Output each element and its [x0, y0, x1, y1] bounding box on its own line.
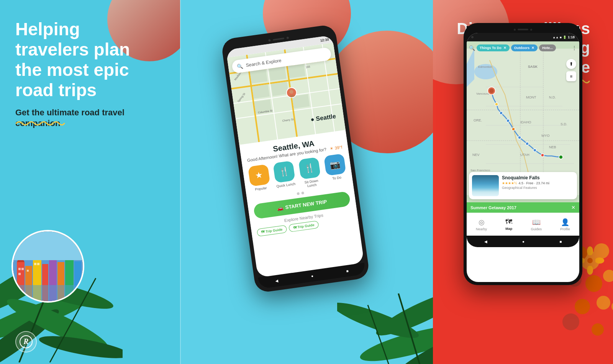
svg-point-74	[500, 111, 503, 115]
svg-text:NEB: NEB	[549, 145, 556, 149]
svg-text:MONT: MONT	[526, 95, 536, 99]
filter-hotels-label: Hote...	[542, 46, 553, 50]
right-phone-camera-dot	[471, 36, 474, 38]
cat-things-to-do-label: To Do	[332, 175, 342, 180]
filter-things-to-do-close[interactable]: ✕	[503, 46, 506, 50]
nav-profile[interactable]: 👤 Profile	[560, 218, 570, 231]
left-panel: Helping travelers plan the most epic roa…	[0, 0, 180, 364]
right-back-button[interactable]: ◀	[484, 239, 487, 244]
things-to-do-icon-box: 📷	[324, 153, 346, 176]
cat-quick-lunch-label: Quick Lunch	[276, 182, 296, 189]
nav-nearby[interactable]: ◎ Nearby	[476, 218, 487, 231]
filter-things-to-do[interactable]: Things To Do ✕	[477, 44, 510, 51]
nav-guides[interactable]: 📖 Guides	[531, 218, 542, 231]
cat-sit-down-lunch[interactable]: 🍴 Sit Down Lunch	[298, 157, 322, 189]
svg-rect-20	[27, 270, 29, 272]
filter-hotels[interactable]: Hote...	[539, 44, 556, 51]
svg-text:ORE.: ORE.	[474, 118, 482, 122]
battery-icon: 🔋	[563, 36, 567, 39]
profile-label: Profile	[560, 227, 570, 231]
filter-outdoors[interactable]: Outdoors ✕	[511, 44, 538, 51]
svg-text:SASK: SASK	[528, 65, 538, 69]
recents-button[interactable]: ■	[346, 269, 349, 273]
right-panel: Discover millions of places along your r…	[433, 0, 613, 364]
right-phone-nav: ◎ Nearby 🗺 Map 📖 Guides 👤 Profile	[467, 213, 579, 236]
left-headline-block: Helping travelers plan the most epic roa…	[15, 19, 138, 129]
svg-text:S.D.: S.D.	[561, 122, 567, 126]
result-info: Snoqualmie Falls ★★★★½ 4.5 · Free · 23.7…	[502, 175, 574, 196]
svg-text:IDAHO: IDAHO	[520, 120, 531, 124]
result-card[interactable]: Snoqualmie Falls ★★★★½ 4.5 · Free · 23.7…	[469, 172, 577, 199]
cat-sit-down-lunch-label: Sit Down Lunch	[301, 178, 322, 189]
right-android-nav: ◀ ● ■	[467, 236, 579, 247]
svg-point-73	[495, 103, 498, 106]
back-button[interactable]: ◀	[275, 279, 278, 283]
right-phone-status-bar: ▲▲ ■ 🔋 1:18	[467, 33, 579, 41]
svg-point-78	[526, 142, 529, 145]
svg-point-76	[512, 128, 515, 131]
svg-point-37	[289, 90, 293, 94]
cinque-terre-photo	[11, 230, 84, 303]
svg-point-41	[594, 243, 609, 259]
trip-banner-close[interactable]: ✕	[571, 205, 575, 210]
svg-text:NEV: NEV	[472, 153, 480, 157]
trip-chip-2[interactable]: 🗺 Trip Guide	[288, 220, 319, 232]
svg-point-80	[541, 154, 544, 157]
guides-icon: 📖	[532, 218, 541, 226]
right-recents-button[interactable]: ■	[559, 239, 562, 244]
svg-text:Edmonton: Edmonton	[478, 65, 492, 69]
svg-point-49	[611, 301, 613, 312]
svg-point-48	[592, 323, 604, 336]
map-compass-button[interactable]: ⬆	[566, 59, 576, 69]
svg-point-55	[587, 258, 593, 263]
nav-map[interactable]: 🗺 Map	[505, 218, 512, 231]
cat-quick-lunch[interactable]: 🍴 Quick Lunch	[273, 161, 297, 192]
wifi-icon: ▲▲	[552, 36, 559, 39]
phone-bottom-content: Seattle, WA Good Afternoon! What are you…	[239, 130, 359, 241]
guides-label: Guides	[531, 227, 542, 231]
result-rating-row: ★★★★½ 4.5 · Free · 23.74 mi	[502, 181, 574, 185]
profile-icon: 👤	[561, 218, 569, 226]
cat-popular-label: Popular	[255, 186, 267, 191]
nearby-label: Nearby	[476, 227, 487, 231]
nearby-icon: ◎	[479, 218, 485, 226]
svg-text:R: R	[23, 337, 28, 346]
svg-point-47	[562, 313, 579, 330]
result-rating-value: 4.5 · Free · 23.74 mi	[519, 181, 550, 185]
phone-search-icon: 🔍	[236, 63, 243, 69]
right-phone-time: 1:18	[568, 35, 575, 39]
filter-more-icon[interactable]: ⋮	[572, 45, 577, 51]
center-panel: 12:30	[180, 0, 433, 364]
cat-things-to-do[interactable]: 📷 To Do	[324, 153, 347, 185]
svg-rect-19	[18, 273, 21, 275]
right-phone-mockup: ▲▲ ■ 🔋 1:18	[464, 23, 582, 285]
filter-outdoors-close[interactable]: ✕	[531, 46, 534, 50]
right-home-button[interactable]: ●	[522, 239, 524, 244]
svg-text:San Francisco: San Francisco	[470, 169, 490, 172]
filter-search-icon: 🔍	[469, 45, 475, 51]
svg-point-53	[595, 257, 604, 264]
svg-point-77	[518, 136, 521, 139]
wavy-decoration-left	[15, 119, 65, 130]
svg-point-51	[587, 266, 593, 275]
trip-chip-1[interactable]: 🗺 Trip Guide	[257, 225, 287, 237]
svg-point-75	[506, 119, 510, 122]
status-icons: ▲▲ ■ 🔋 1:18	[552, 35, 575, 39]
result-stars: ★★★★½	[502, 181, 517, 185]
home-button[interactable]: ●	[311, 274, 314, 278]
result-category: Geographical Features	[502, 186, 574, 190]
cat-popular[interactable]: ★ Popular	[248, 164, 272, 195]
trip-banner-text: Summer Getaway 2017	[470, 205, 516, 210]
waterfall-image	[472, 175, 499, 196]
app-logo: R	[15, 331, 37, 353]
map-icon: 🗺	[505, 218, 512, 226]
svg-rect-17	[18, 268, 21, 270]
phone-map-view: 🔍 Search & Explore ● Seattle Pike Madiso…	[227, 43, 346, 145]
svg-text:UTAH: UTAH	[520, 153, 529, 157]
trip-banner: Summer Getaway 2017 ✕	[467, 202, 579, 213]
map-layers-button[interactable]: ≡	[566, 71, 576, 81]
svg-point-44	[603, 270, 613, 282]
map-label: Map	[505, 227, 512, 231]
svg-point-50	[587, 246, 593, 256]
right-phone-map: SASK Edmonton Vancouver MONT N.D. S.D. O…	[467, 41, 579, 202]
